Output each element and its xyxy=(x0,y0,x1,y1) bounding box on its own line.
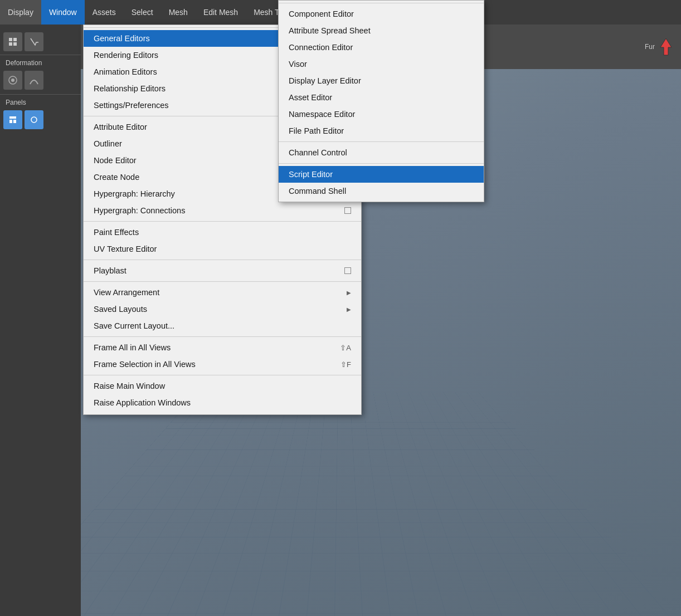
shortcut-frame-selection: ⇧F xyxy=(340,360,351,369)
menu-item-paint-effects[interactable]: Paint Effects xyxy=(84,224,361,241)
sidebar-deform-btn2[interactable] xyxy=(25,71,43,90)
svg-rect-3 xyxy=(13,42,17,46)
menubar-item-window[interactable]: Window xyxy=(41,0,85,25)
arrow-up-icon[interactable] xyxy=(656,37,675,56)
sidebar-panels-btn1[interactable] xyxy=(3,110,22,129)
panels-label: Panels xyxy=(0,97,81,108)
menu-separator-3 xyxy=(84,260,361,260)
sidebar-icon-select[interactable] xyxy=(25,32,43,51)
sidebar-panels-btn2[interactable] xyxy=(25,110,43,129)
submenu-item-component-editor[interactable]: Component Editor xyxy=(279,6,484,22)
menu-item-uv-texture-editor[interactable]: UV Texture Editor xyxy=(84,241,361,257)
submenu-item-command-shell[interactable]: Command Shell xyxy=(279,183,484,199)
general-editors-submenu: Component Editor Attribute Spread Sheet … xyxy=(278,0,484,202)
sidebar-icon-grid[interactable] xyxy=(3,32,22,51)
svg-rect-7 xyxy=(9,120,12,123)
shortcut-frame-all: ⇧A xyxy=(340,344,351,352)
submenu-item-file-path-editor[interactable]: File Path Editor xyxy=(279,123,484,139)
menu-item-hypergraph-connections[interactable]: Hypergraph: Connections xyxy=(84,202,361,219)
fur-label: Fur xyxy=(645,43,655,51)
submenu-item-connection-editor[interactable]: Connection Editor xyxy=(279,39,484,56)
submenu-item-channel-control[interactable]: Channel Control xyxy=(279,144,484,161)
submenu-separator-top xyxy=(279,3,484,3)
svg-point-9 xyxy=(31,117,37,123)
menubar-item-select[interactable]: Select xyxy=(124,0,161,25)
submenu-item-namespace-editor[interactable]: Namespace Editor xyxy=(279,106,484,123)
menu-item-raise-main[interactable]: Raise Main Window xyxy=(84,378,361,394)
submenu-item-display-layer-editor[interactable]: Display Layer Editor xyxy=(279,72,484,89)
menu-separator-6 xyxy=(84,375,361,375)
deformation-label: Deformation xyxy=(0,57,81,69)
menubar-item-assets[interactable]: Assets xyxy=(85,0,124,25)
svg-rect-2 xyxy=(9,42,12,46)
menubar-item-mesh[interactable]: Mesh xyxy=(161,0,196,25)
submenu-item-visor[interactable]: Visor xyxy=(279,56,484,72)
submenu-item-attribute-spreadsheet[interactable]: Attribute Spread Sheet xyxy=(279,22,484,39)
menu-item-frame-selection[interactable]: Frame Selection in All Views ⇧F xyxy=(84,356,361,373)
svg-rect-6 xyxy=(9,116,16,119)
box-icon-connections xyxy=(344,207,351,214)
menu-item-view-arrangement[interactable]: View Arrangement ▶ xyxy=(84,284,361,301)
menubar-item-edit-mesh[interactable]: Edit Mesh xyxy=(196,0,246,25)
menu-item-save-current-layout[interactable]: Save Current Layout... xyxy=(84,317,361,334)
svg-marker-13 xyxy=(660,38,672,55)
submenu-separator-channel xyxy=(279,141,484,142)
menu-item-saved-layouts[interactable]: Saved Layouts ▶ xyxy=(84,301,361,317)
menu-item-raise-app[interactable]: Raise Application Windows xyxy=(84,394,361,411)
menu-separator-2 xyxy=(84,221,361,222)
sidebar-deform-btn1[interactable] xyxy=(3,71,22,90)
menu-item-playblast[interactable]: Playblast xyxy=(84,262,361,279)
menu-item-frame-all[interactable]: Frame All in All Views ⇧A xyxy=(84,339,361,356)
submenu-arrow-view: ▶ xyxy=(347,290,351,296)
box-icon-playblast xyxy=(344,267,351,274)
menu-separator-4 xyxy=(84,281,361,282)
submenu-separator-script xyxy=(279,163,484,164)
svg-rect-1 xyxy=(13,38,17,41)
svg-rect-8 xyxy=(13,120,16,123)
menu-separator-5 xyxy=(84,336,361,337)
left-sidebar: Deformation Panels xyxy=(0,25,81,616)
menubar-item-display[interactable]: Display xyxy=(0,0,41,25)
submenu-item-script-editor[interactable]: Script Editor xyxy=(279,166,484,183)
svg-rect-0 xyxy=(9,38,12,41)
viewport-grid xyxy=(0,392,681,616)
submenu-arrow-layouts: ▶ xyxy=(347,306,351,312)
submenu-item-asset-editor[interactable]: Asset Editor xyxy=(279,89,484,106)
svg-point-5 xyxy=(11,79,14,82)
